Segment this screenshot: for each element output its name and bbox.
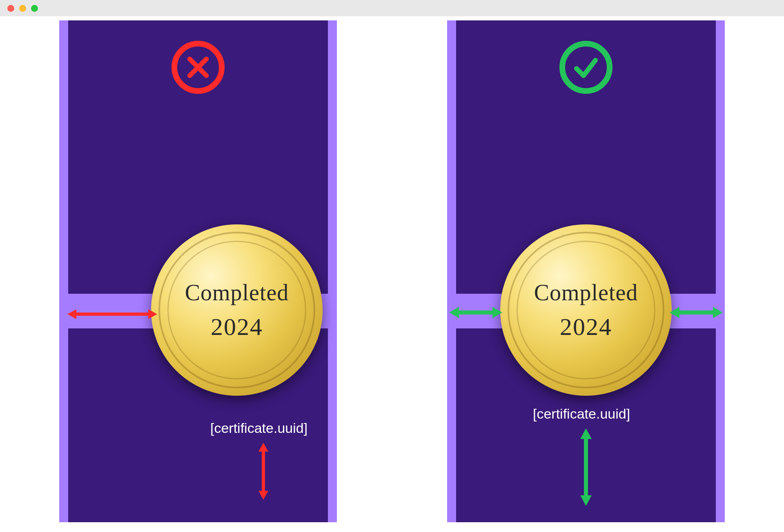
svg-marker-12	[670, 307, 679, 318]
badge-line2: 2024	[560, 313, 612, 341]
placeholder-text: [certificate.uuid]	[210, 420, 307, 436]
svg-marker-15	[580, 428, 592, 439]
minimize-icon[interactable]	[19, 5, 26, 12]
window-chrome	[0, 0, 784, 16]
svg-marker-3	[67, 309, 76, 319]
svg-marker-7	[258, 491, 268, 500]
comparison-diagram: Completed 2024 [certificate.uuid]	[0, 16, 784, 522]
completion-badge: Completed 2024	[151, 224, 323, 396]
svg-marker-9	[449, 307, 459, 318]
svg-marker-16	[580, 495, 592, 506]
svg-marker-10	[492, 307, 502, 318]
vertical-arrow-icon	[255, 443, 272, 500]
panel-wrong: Completed 2024 [certificate.uuid]	[59, 20, 337, 522]
panel-correct: Completed 2024 [certificate.uuid]	[447, 20, 725, 522]
badge-line1: Completed	[185, 279, 289, 306]
placeholder-text: [certificate.uuid]	[533, 406, 630, 422]
svg-marker-13	[713, 307, 723, 318]
check-circle-icon	[559, 41, 612, 94]
close-icon[interactable]	[7, 5, 14, 12]
badge-line1: Completed	[534, 279, 638, 306]
zoom-icon[interactable]	[31, 5, 38, 12]
horizontal-arrow-right-icon	[670, 304, 723, 321]
horizontal-arrow-icon	[67, 306, 157, 322]
badge-line2: 2024	[211, 313, 263, 341]
horizontal-arrow-left-icon	[449, 304, 502, 321]
svg-marker-6	[258, 443, 268, 452]
vertical-arrow-icon	[578, 428, 594, 506]
completion-badge: Completed 2024	[500, 224, 672, 396]
x-circle-icon	[172, 41, 225, 94]
svg-marker-4	[148, 309, 157, 319]
